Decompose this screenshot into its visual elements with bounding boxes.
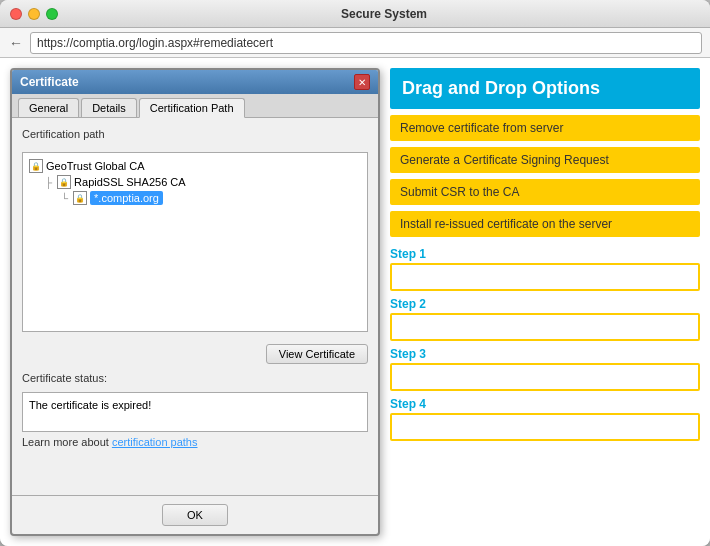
learn-more-text: Learn more about <box>22 436 112 448</box>
url-input[interactable] <box>30 32 702 54</box>
dialog-body: Certification path 🔒 GeoTrust Global CA … <box>12 118 378 495</box>
step-4-drop-zone[interactable] <box>390 413 700 441</box>
dnd-option-2[interactable]: Submit CSR to the CA <box>390 179 700 205</box>
cert-status-label: Certificate status: <box>22 372 368 384</box>
step-2-container: Step 2 <box>390 297 700 341</box>
tree-label-comptia: *.comptia.org <box>90 191 163 205</box>
cert-path-box: 🔒 GeoTrust Global CA ├ 🔒 RapidSSL SHA256… <box>22 152 368 332</box>
cert-status-box: The certificate is expired! <box>22 392 368 432</box>
certificate-dialog: Certificate ✕ General Details Certificat… <box>10 68 380 536</box>
step-3-container: Step 3 <box>390 347 700 391</box>
tree-connector-2: └ <box>61 193 68 204</box>
tree-item-rapidssl[interactable]: ├ 🔒 RapidSSL SHA256 CA <box>45 175 361 189</box>
browser-window: Secure System ← Certificate ✕ General De… <box>0 0 710 546</box>
learn-more: Learn more about certification paths <box>22 436 368 448</box>
dialog-close-button[interactable]: ✕ <box>354 74 370 90</box>
browser-content: Certificate ✕ General Details Certificat… <box>0 58 710 546</box>
tree-item-comptia[interactable]: └ 🔒 *.comptia.org <box>61 191 361 205</box>
ok-button[interactable]: OK <box>162 504 228 526</box>
back-button[interactable]: ← <box>8 35 24 51</box>
step-1-drop-zone[interactable] <box>390 263 700 291</box>
dnd-steps: Step 1 Step 2 Step 3 Step 4 <box>390 247 700 441</box>
tab-details[interactable]: Details <box>81 98 137 117</box>
dialog-footer: OK <box>12 495 378 534</box>
dnd-option-3[interactable]: Install re-issued certificate on the ser… <box>390 211 700 237</box>
tree-label-geotrust: GeoTrust Global CA <box>46 160 145 172</box>
certification-paths-link[interactable]: certification paths <box>112 436 198 448</box>
tree-item-geotrust[interactable]: 🔒 GeoTrust Global CA <box>29 159 361 173</box>
cert-tree: 🔒 GeoTrust Global CA ├ 🔒 RapidSSL SHA256… <box>29 159 361 205</box>
cert-icon-1: 🔒 <box>29 159 43 173</box>
step-4-container: Step 4 <box>390 397 700 441</box>
tree-connector-1: ├ <box>45 177 52 188</box>
step-1-label: Step 1 <box>390 247 700 261</box>
window-title: Secure System <box>68 7 700 21</box>
view-cert-row: View Certificate <box>22 344 368 364</box>
tab-general[interactable]: General <box>18 98 79 117</box>
step-4-label: Step 4 <box>390 397 700 411</box>
step-2-drop-zone[interactable] <box>390 313 700 341</box>
view-certificate-button[interactable]: View Certificate <box>266 344 368 364</box>
dialog-title: Certificate <box>20 75 79 89</box>
step-2-label: Step 2 <box>390 297 700 311</box>
cert-icon-3: 🔒 <box>73 191 87 205</box>
dialog-title-bar: Certificate ✕ <box>12 70 378 94</box>
cert-status-section: Certificate status: The certificate is e… <box>22 372 368 448</box>
title-bar: Secure System <box>0 0 710 28</box>
dnd-option-1[interactable]: Generate a Certificate Signing Request <box>390 147 700 173</box>
tree-label-rapidssl: RapidSSL SHA256 CA <box>74 176 186 188</box>
address-bar-row: ← <box>0 28 710 58</box>
dnd-title: Drag and Drop Options <box>390 68 700 109</box>
step-1-container: Step 1 <box>390 247 700 291</box>
dnd-option-0[interactable]: Remove certificate from server <box>390 115 700 141</box>
dnd-panel: Drag and Drop Options Remove certificate… <box>390 68 700 536</box>
dialog-tabs: General Details Certification Path <box>12 94 378 118</box>
tab-certification-path[interactable]: Certification Path <box>139 98 245 118</box>
cert-status-text: The certificate is expired! <box>29 399 151 411</box>
traffic-lights <box>10 8 58 20</box>
minimize-traffic-light[interactable] <box>28 8 40 20</box>
step-3-drop-zone[interactable] <box>390 363 700 391</box>
cert-icon-2: 🔒 <box>57 175 71 189</box>
close-traffic-light[interactable] <box>10 8 22 20</box>
cert-path-label: Certification path <box>22 128 368 140</box>
step-3-label: Step 3 <box>390 347 700 361</box>
maximize-traffic-light[interactable] <box>46 8 58 20</box>
